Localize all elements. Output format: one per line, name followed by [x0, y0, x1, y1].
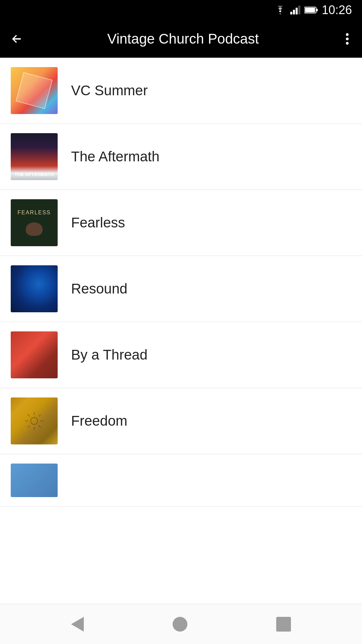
podcast-title: Resound	[71, 281, 127, 297]
album-art-aftermath: THE AFTERMATH	[11, 133, 58, 180]
svg-rect-0	[290, 12, 292, 14]
svg-rect-6	[316, 9, 318, 11]
list-item[interactable]: VC Summer	[0, 58, 362, 124]
album-art-thread	[11, 331, 58, 378]
nav-home-button[interactable]	[167, 611, 193, 637]
list-item[interactable]: Resound	[0, 256, 362, 322]
svg-rect-3	[298, 6, 300, 14]
podcast-title: The Aftermath	[71, 149, 160, 165]
more-options-button[interactable]	[343, 31, 351, 47]
art-decoration	[16, 72, 53, 109]
status-time: 10:26	[322, 3, 352, 17]
nav-bar	[0, 604, 362, 644]
art-decoration: FEARLESS	[17, 210, 51, 236]
more-dot	[346, 33, 349, 36]
art-bear	[26, 222, 43, 236]
svg-line-13	[39, 426, 41, 428]
podcast-title: Fearless	[71, 215, 125, 231]
svg-rect-2	[296, 8, 298, 14]
status-bar: 10:26	[0, 0, 362, 20]
battery-icon	[304, 6, 318, 14]
art-sun	[24, 411, 44, 431]
svg-point-7	[31, 418, 38, 425]
page-title: Vintage Church Podcast	[31, 31, 335, 47]
wifi-icon	[274, 6, 286, 14]
album-art-fearless: FEARLESS	[11, 199, 58, 246]
recent-square-icon	[276, 617, 291, 632]
svg-rect-1	[293, 10, 295, 14]
art-text: FEARLESS	[17, 210, 51, 216]
svg-rect-5	[305, 8, 315, 12]
podcast-title: By a Thread	[71, 347, 147, 363]
svg-line-14	[39, 415, 41, 417]
back-triangle-icon	[71, 617, 84, 632]
list-item[interactable]: Freedom	[0, 388, 362, 454]
album-art-vc-summer	[11, 67, 58, 114]
podcast-list: VC Summer THE AFTERMATH The Aftermath FE…	[0, 58, 362, 604]
list-item[interactable]: FEARLESS Fearless	[0, 190, 362, 256]
album-art-partial	[11, 464, 58, 497]
podcast-title: VC Summer	[71, 83, 148, 99]
album-art-freedom	[11, 397, 58, 444]
podcast-title: Freedom	[71, 413, 127, 429]
nav-back-button[interactable]	[66, 611, 89, 637]
art-text: THE AFTERMATH	[14, 172, 54, 177]
nav-recent-button[interactable]	[271, 611, 296, 637]
svg-line-15	[28, 426, 30, 428]
list-item[interactable]	[0, 454, 362, 507]
list-item[interactable]: By a Thread	[0, 322, 362, 388]
more-dot	[346, 38, 349, 40]
status-icons: 10:26	[274, 3, 352, 17]
album-art-resound	[11, 265, 58, 312]
svg-line-12	[28, 415, 30, 417]
list-item[interactable]: THE AFTERMATH The Aftermath	[0, 124, 362, 190]
back-button[interactable]	[11, 33, 23, 45]
more-dot	[346, 42, 349, 45]
app-bar: Vintage Church Podcast	[0, 20, 362, 58]
home-circle-icon	[173, 617, 187, 632]
signal-icon	[290, 6, 300, 14]
